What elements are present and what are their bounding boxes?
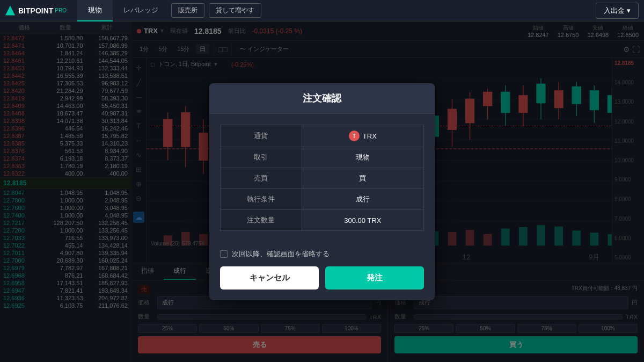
modal-row-trade: 取引 現物 (221, 147, 424, 168)
sales-btn[interactable]: 販売所 (171, 3, 204, 18)
logo-icon (5, 6, 15, 16)
modal-header: 注文確認 (209, 83, 435, 114)
logo: BITPOINT PRO (5, 6, 67, 16)
modal-value-currency: T TRX (302, 125, 423, 147)
modal-row-exec: 執行条件 成行 (221, 189, 424, 210)
modal-row-currency: 通貨 T TRX (221, 125, 424, 147)
navbar: BITPOINT PRO 現物 レバレッジ 販売所 貸して増やす 入出金 ▾ (0, 0, 644, 21)
modal-body: 通貨 T TRX 取引 現物 売買 買 (209, 114, 435, 242)
modal-label-qty: 注文数量 (221, 210, 302, 231)
logo-pro: PRO (55, 8, 67, 13)
modal-label-trade: 取引 (221, 147, 302, 168)
tab-spot[interactable]: 現物 (77, 0, 113, 21)
lending-btn[interactable]: 貸して増やす (209, 3, 261, 18)
modal-table: 通貨 T TRX 取引 現物 売買 買 (220, 125, 424, 231)
modal-value-side: 買 (302, 168, 423, 189)
skip-confirm-label: 次回以降、確認画面を省略する (232, 249, 330, 259)
tab-leverage[interactable]: レバレッジ (113, 0, 169, 21)
modal-row-side: 売買 買 (221, 168, 424, 189)
order-button[interactable]: 発注 (325, 266, 424, 289)
modal-row-qty: 注文数量 300.00 TRX (221, 210, 424, 231)
modal-checkbox-row: 次回以降、確認画面を省略する (209, 242, 435, 266)
modal-overlay: 注文確認 通貨 T TRX 取引 現物 売買 (0, 21, 644, 362)
cancel-button[interactable]: キャンセル (220, 266, 319, 289)
modal-label-exec: 執行条件 (221, 189, 302, 210)
skip-confirm-checkbox[interactable] (220, 250, 228, 258)
modal-label-side: 売買 (221, 168, 302, 189)
logo-text: BITPOINT (18, 6, 53, 15)
modal-value-trade: 現物 (302, 147, 423, 168)
deposit-btn[interactable]: 入出金 ▾ (596, 3, 639, 19)
modal-value-qty: 300.00 TRX (302, 210, 423, 231)
modal-value-exec: 成行 (302, 189, 423, 210)
modal-label-currency: 通貨 (221, 125, 302, 147)
trx-badge: T TRX (349, 131, 377, 141)
modal-footer: キャンセル 発注 (209, 266, 435, 300)
order-confirm-modal: 注文確認 通貨 T TRX 取引 現物 売買 (209, 83, 435, 300)
trx-symbol: TRX (363, 132, 377, 140)
trx-icon: T (349, 131, 360, 141)
nav-tabs: 現物 レバレッジ (77, 0, 169, 21)
